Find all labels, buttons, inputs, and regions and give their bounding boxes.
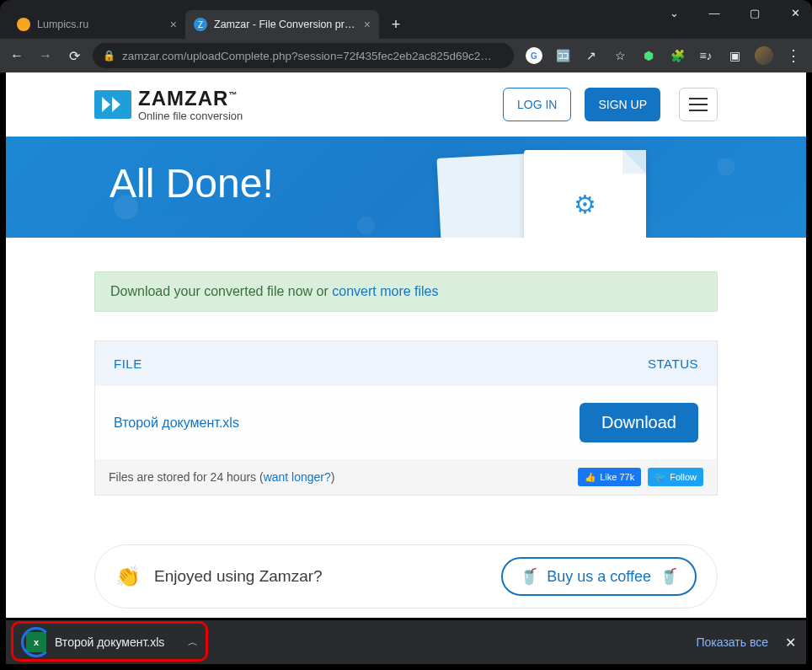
- panel-footer: Files are stored for 24 hours (want long…: [95, 459, 717, 495]
- browser-menu-button[interactable]: ⋮: [785, 47, 802, 64]
- download-shelf: x Второй документ.xls ︿ Показать все ✕: [6, 620, 806, 664]
- download-item[interactable]: x Второй документ.xls ︿: [16, 625, 208, 659]
- files-panel: FILE STATUS Второй документ.xls Download…: [94, 340, 718, 496]
- lock-icon: 🔒: [103, 50, 115, 62]
- coffee-icon: 🥤: [520, 567, 538, 586]
- svg-marker-1: [112, 97, 120, 112]
- panel-header: FILE STATUS: [95, 341, 717, 386]
- maximize-button[interactable]: ▢: [745, 7, 765, 19]
- file-row: Второй документ.xls Download: [95, 386, 717, 459]
- success-alert: Download your converted file now or conv…: [94, 271, 718, 312]
- address-bar[interactable]: 🔒 zamzar.com/uploadComplete.php?session=…: [93, 43, 514, 68]
- buy-coffee-button[interactable]: 🥤 Buy us a coffee 🥤: [501, 557, 697, 596]
- svg-marker-0: [102, 97, 110, 112]
- sidepanel-icon[interactable]: ▣: [726, 47, 743, 64]
- signup-button[interactable]: SIGN UP: [585, 88, 660, 121]
- login-button[interactable]: LOG IN: [503, 88, 571, 121]
- convert-more-link[interactable]: convert more files: [332, 284, 438, 298]
- coffee-prompt: 👏 Enjoyed using Zamzar? 🥤 Buy us a coffe…: [94, 544, 718, 608]
- tab-title: Zamzar - File Conversion progres: [214, 19, 357, 30]
- new-tab-button[interactable]: +: [384, 13, 408, 36]
- close-icon[interactable]: ×: [170, 18, 177, 31]
- footer-text-suffix: ): [331, 470, 335, 484]
- forward-button[interactable]: →: [35, 48, 56, 63]
- url-text: zamzar.com/uploadComplete.php?session=72…: [122, 50, 492, 62]
- google-icon[interactable]: G: [526, 47, 542, 64]
- col-status-label: STATUS: [648, 356, 698, 371]
- star-icon[interactable]: ☆: [612, 47, 628, 64]
- alert-text: Download your converted file now or: [110, 284, 332, 298]
- tab-zamzar[interactable]: Z Zamzar - File Conversion progres ×: [185, 10, 379, 39]
- playlist-icon[interactable]: ≡♪: [697, 47, 714, 64]
- close-shelf-button[interactable]: ✕: [785, 635, 796, 651]
- reload-button[interactable]: ⟳: [64, 48, 84, 64]
- translate-icon[interactable]: 🈁: [554, 47, 571, 64]
- window-controls: ⌄ — ▢ ✕: [664, 7, 805, 19]
- menu-button[interactable]: [679, 88, 718, 121]
- tab-title: Lumpics.ru: [37, 19, 163, 30]
- site-header: ZAMZAR™ Online file conversion LOG IN SI…: [94, 72, 718, 137]
- facebook-like-button[interactable]: 👍Like 77k: [578, 468, 641, 486]
- extensions-icon[interactable]: 🧩: [669, 47, 686, 64]
- thumbs-up-icon: 👍: [585, 472, 596, 483]
- coffee-text: Enjoyed using Zamzar?: [154, 567, 488, 586]
- banner-heading: All Done!: [110, 160, 274, 206]
- col-file-label: FILE: [114, 356, 648, 371]
- banner: All Done! ⚙: [6, 137, 806, 238]
- share-icon[interactable]: ↗: [583, 47, 600, 64]
- favicon-icon: [17, 18, 30, 31]
- extension-area: G 🈁 ↗ ☆ ⬢ 🧩 ≡♪ ▣ ⋮: [522, 46, 805, 65]
- back-button[interactable]: ←: [7, 48, 27, 63]
- download-button[interactable]: Download: [580, 403, 698, 442]
- show-all-downloads-link[interactable]: Показать все: [697, 635, 768, 649]
- ext1-icon[interactable]: ⬢: [640, 47, 657, 64]
- page-viewport: ZAMZAR™ Online file conversion LOG IN SI…: [6, 72, 806, 618]
- browser-toolbar: ← → ⟳ 🔒 zamzar.com/uploadComplete.php?se…: [0, 39, 812, 72]
- browser-tabstrip: Lumpics.ru × Z Zamzar - File Conversion …: [0, 0, 812, 39]
- tab-lumpics[interactable]: Lumpics.ru ×: [8, 10, 185, 39]
- want-longer-link[interactable]: want longer?: [264, 470, 331, 484]
- xls-file-icon: x: [26, 632, 46, 652]
- file-link[interactable]: Второй документ.xls: [114, 415, 580, 431]
- logo-mark-icon: [94, 90, 131, 119]
- banner-illustration: ⚙: [440, 147, 684, 238]
- close-icon[interactable]: ×: [364, 18, 371, 31]
- profile-avatar[interactable]: [755, 46, 773, 65]
- chevron-down-icon[interactable]: ⌄: [664, 7, 684, 19]
- coffee-icon: 🥤: [660, 567, 678, 586]
- twitter-follow-button[interactable]: 🐦Follow: [648, 468, 703, 486]
- brand-name: ZAMZAR™: [138, 88, 243, 109]
- minimize-button[interactable]: —: [704, 7, 724, 19]
- zamzar-logo[interactable]: ZAMZAR™ Online file conversion: [94, 88, 496, 121]
- close-window-button[interactable]: ✕: [785, 7, 805, 19]
- twitter-icon: 🐦: [654, 472, 666, 483]
- favicon-icon: Z: [194, 18, 207, 31]
- footer-text-prefix: Files are stored for 24 hours (: [109, 470, 264, 484]
- clap-icon: 👏: [115, 565, 141, 588]
- gear-icon: ⚙: [574, 190, 596, 219]
- brand-tagline: Online file conversion: [138, 110, 243, 121]
- chevron-up-icon[interactable]: ︿: [188, 635, 198, 650]
- download-filename: Второй документ.xls: [55, 635, 164, 649]
